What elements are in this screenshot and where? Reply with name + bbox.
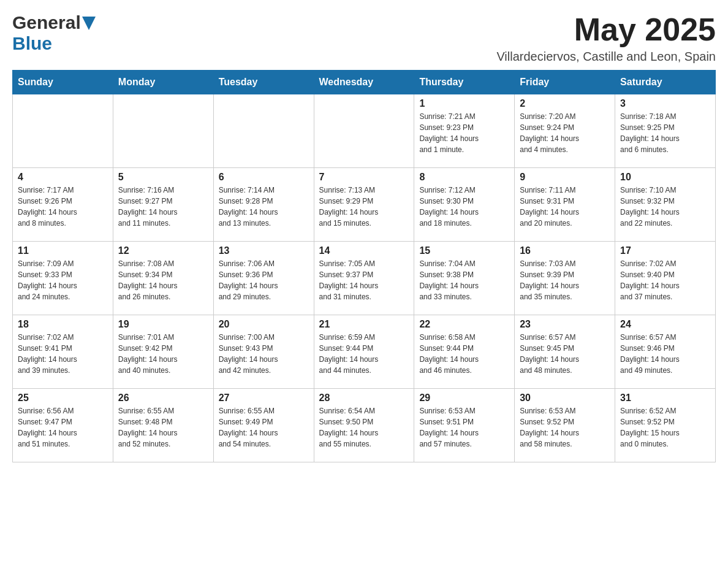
calendar-cell: 8Sunrise: 7:12 AM Sunset: 9:30 PM Daylig… — [414, 168, 515, 242]
calendar-cell: 6Sunrise: 7:14 AM Sunset: 9:28 PM Daylig… — [213, 168, 314, 242]
calendar-cell: 29Sunrise: 6:53 AM Sunset: 9:51 PM Dayli… — [414, 389, 515, 462]
calendar-cell: 17Sunrise: 7:02 AM Sunset: 9:40 PM Dayli… — [615, 242, 716, 315]
day-of-week-header: Friday — [515, 71, 615, 94]
calendar-cell: 16Sunrise: 7:03 AM Sunset: 9:39 PM Dayli… — [515, 242, 615, 315]
day-info: Sunrise: 6:54 AM Sunset: 9:50 PM Dayligh… — [319, 405, 409, 450]
calendar-cell — [314, 94, 414, 168]
day-number: 21 — [319, 319, 409, 330]
day-number: 28 — [319, 393, 409, 404]
day-number: 8 — [419, 172, 509, 183]
day-number: 17 — [620, 245, 710, 256]
day-info: Sunrise: 6:52 AM Sunset: 9:52 PM Dayligh… — [620, 405, 710, 450]
day-info: Sunrise: 6:57 AM Sunset: 9:46 PM Dayligh… — [620, 332, 710, 376]
day-of-week-header: Wednesday — [314, 71, 414, 94]
day-number: 27 — [219, 393, 309, 404]
day-number: 20 — [219, 319, 309, 330]
day-number: 6 — [219, 172, 309, 183]
calendar-cell: 1Sunrise: 7:21 AM Sunset: 9:23 PM Daylig… — [414, 94, 515, 168]
day-info: Sunrise: 7:09 AM Sunset: 9:33 PM Dayligh… — [18, 258, 108, 302]
calendar-cell: 23Sunrise: 6:57 AM Sunset: 9:45 PM Dayli… — [515, 315, 615, 389]
calendar-header-row: SundayMondayTuesdayWednesdayThursdayFrid… — [13, 71, 716, 94]
day-info: Sunrise: 6:55 AM Sunset: 9:48 PM Dayligh… — [118, 405, 208, 450]
calendar-cell: 5Sunrise: 7:16 AM Sunset: 9:27 PM Daylig… — [113, 168, 213, 242]
day-number: 10 — [620, 172, 710, 183]
calendar-cell: 9Sunrise: 7:11 AM Sunset: 9:31 PM Daylig… — [515, 168, 615, 242]
day-info: Sunrise: 6:57 AM Sunset: 9:45 PM Dayligh… — [520, 332, 610, 376]
day-number: 29 — [419, 393, 509, 404]
calendar-cell: 3Sunrise: 7:18 AM Sunset: 9:25 PM Daylig… — [615, 94, 716, 168]
day-of-week-header: Sunday — [13, 71, 113, 94]
calendar-week-row: 11Sunrise: 7:09 AM Sunset: 9:33 PM Dayli… — [13, 242, 716, 315]
day-number: 1 — [419, 98, 509, 109]
day-number: 31 — [620, 393, 710, 404]
day-number: 16 — [520, 245, 610, 256]
calendar-cell: 25Sunrise: 6:56 AM Sunset: 9:47 PM Dayli… — [13, 389, 113, 462]
day-number: 3 — [620, 98, 710, 109]
day-info: Sunrise: 7:17 AM Sunset: 9:26 PM Dayligh… — [18, 185, 108, 229]
logo-triangle-icon — [82, 17, 96, 30]
calendar-cell: 10Sunrise: 7:10 AM Sunset: 9:32 PM Dayli… — [615, 168, 716, 242]
day-info: Sunrise: 7:04 AM Sunset: 9:38 PM Dayligh… — [419, 258, 509, 302]
day-number: 18 — [18, 319, 108, 330]
day-info: Sunrise: 7:14 AM Sunset: 9:28 PM Dayligh… — [219, 185, 309, 229]
day-of-week-header: Monday — [113, 71, 213, 94]
calendar-cell: 11Sunrise: 7:09 AM Sunset: 9:33 PM Dayli… — [13, 242, 113, 315]
title-section: May 2025 Villardeciervos, Castille and L… — [496, 12, 716, 64]
calendar-cell: 14Sunrise: 7:05 AM Sunset: 9:37 PM Dayli… — [314, 242, 414, 315]
logo: General Blue — [12, 12, 96, 54]
day-info: Sunrise: 6:55 AM Sunset: 9:49 PM Dayligh… — [219, 405, 309, 450]
calendar-cell: 15Sunrise: 7:04 AM Sunset: 9:38 PM Dayli… — [414, 242, 515, 315]
day-info: Sunrise: 7:02 AM Sunset: 9:41 PM Dayligh… — [18, 332, 108, 376]
day-number: 9 — [520, 172, 610, 183]
day-number: 24 — [620, 319, 710, 330]
calendar-cell: 26Sunrise: 6:55 AM Sunset: 9:48 PM Dayli… — [113, 389, 213, 462]
day-info: Sunrise: 7:06 AM Sunset: 9:36 PM Dayligh… — [219, 258, 309, 302]
day-info: Sunrise: 7:20 AM Sunset: 9:24 PM Dayligh… — [520, 111, 610, 155]
day-of-week-header: Tuesday — [213, 71, 314, 94]
day-info: Sunrise: 7:05 AM Sunset: 9:37 PM Dayligh… — [319, 258, 409, 302]
day-info: Sunrise: 6:53 AM Sunset: 9:52 PM Dayligh… — [520, 405, 610, 450]
day-info: Sunrise: 7:01 AM Sunset: 9:42 PM Dayligh… — [118, 332, 208, 376]
day-info: Sunrise: 6:56 AM Sunset: 9:47 PM Dayligh… — [18, 405, 108, 450]
day-info: Sunrise: 7:21 AM Sunset: 9:23 PM Dayligh… — [419, 111, 509, 155]
day-info: Sunrise: 7:12 AM Sunset: 9:30 PM Dayligh… — [419, 185, 509, 229]
day-info: Sunrise: 7:11 AM Sunset: 9:31 PM Dayligh… — [520, 185, 610, 229]
day-number: 2 — [520, 98, 610, 109]
calendar-cell: 19Sunrise: 7:01 AM Sunset: 9:42 PM Dayli… — [113, 315, 213, 389]
day-number: 12 — [118, 245, 208, 256]
calendar-week-row: 25Sunrise: 6:56 AM Sunset: 9:47 PM Dayli… — [13, 389, 716, 462]
day-number: 7 — [319, 172, 409, 183]
day-number: 22 — [419, 319, 509, 330]
calendar-cell: 4Sunrise: 7:17 AM Sunset: 9:26 PM Daylig… — [13, 168, 113, 242]
calendar-cell: 18Sunrise: 7:02 AM Sunset: 9:41 PM Dayli… — [13, 315, 113, 389]
day-number: 15 — [419, 245, 509, 256]
day-info: Sunrise: 7:08 AM Sunset: 9:34 PM Dayligh… — [118, 258, 208, 302]
day-info: Sunrise: 6:53 AM Sunset: 9:51 PM Dayligh… — [419, 405, 509, 450]
day-number: 25 — [18, 393, 108, 404]
calendar-table: SundayMondayTuesdayWednesdayThursdayFrid… — [12, 70, 716, 462]
calendar-cell: 28Sunrise: 6:54 AM Sunset: 9:50 PM Dayli… — [314, 389, 414, 462]
calendar-cell: 20Sunrise: 7:00 AM Sunset: 9:43 PM Dayli… — [213, 315, 314, 389]
calendar-cell — [13, 94, 113, 168]
calendar-week-row: 4Sunrise: 7:17 AM Sunset: 9:26 PM Daylig… — [13, 168, 716, 242]
calendar-cell: 30Sunrise: 6:53 AM Sunset: 9:52 PM Dayli… — [515, 389, 615, 462]
day-number: 30 — [520, 393, 610, 404]
day-info: Sunrise: 7:13 AM Sunset: 9:29 PM Dayligh… — [319, 185, 409, 229]
day-number: 5 — [118, 172, 208, 183]
calendar-cell: 22Sunrise: 6:58 AM Sunset: 9:44 PM Dayli… — [414, 315, 515, 389]
calendar-cell: 12Sunrise: 7:08 AM Sunset: 9:34 PM Dayli… — [113, 242, 213, 315]
day-info: Sunrise: 7:18 AM Sunset: 9:25 PM Dayligh… — [620, 111, 710, 155]
logo-general-text: General — [12, 12, 81, 33]
day-number: 13 — [219, 245, 309, 256]
location-subtitle: Villardeciervos, Castille and Leon, Spai… — [496, 50, 716, 64]
calendar-week-row: 1Sunrise: 7:21 AM Sunset: 9:23 PM Daylig… — [13, 94, 716, 168]
day-number: 19 — [118, 319, 208, 330]
month-year-title: May 2025 — [496, 12, 716, 47]
calendar-cell: 7Sunrise: 7:13 AM Sunset: 9:29 PM Daylig… — [314, 168, 414, 242]
day-info: Sunrise: 7:16 AM Sunset: 9:27 PM Dayligh… — [118, 185, 208, 229]
logo-blue-text: Blue — [12, 33, 52, 54]
calendar-week-row: 18Sunrise: 7:02 AM Sunset: 9:41 PM Dayli… — [13, 315, 716, 389]
day-number: 14 — [319, 245, 409, 256]
page-header: General Blue May 2025 Villardeciervos, C… — [12, 12, 716, 64]
calendar-cell: 13Sunrise: 7:06 AM Sunset: 9:36 PM Dayli… — [213, 242, 314, 315]
